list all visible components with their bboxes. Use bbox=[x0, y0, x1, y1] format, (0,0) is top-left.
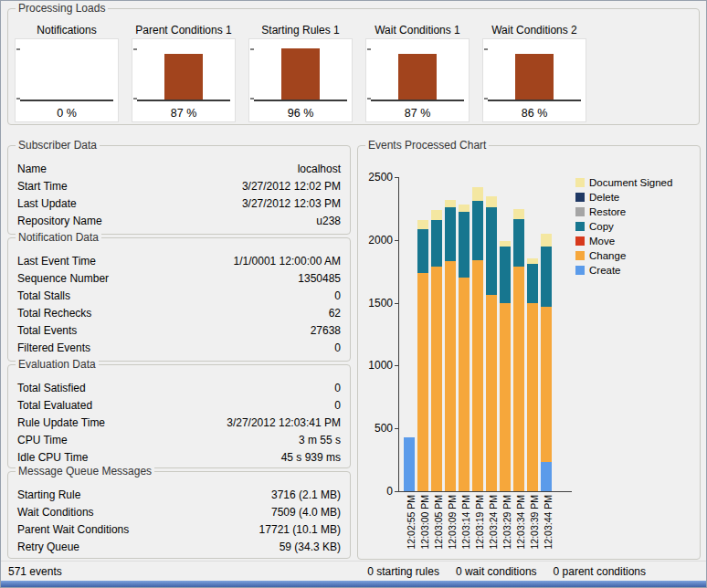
gauge-label: Starting Rules 1 bbox=[248, 24, 353, 38]
status-bar: 571 events 0 starting rules 0 wait condi… bbox=[1, 561, 706, 581]
gauge-label: Wait Conditions 2 bbox=[482, 24, 586, 38]
bar-segment-document-signed bbox=[513, 209, 524, 219]
x-axis-tick-label: 12:03:29 PM bbox=[501, 495, 512, 550]
gauge-scale-tick bbox=[250, 48, 254, 50]
x-axis-tick-label: 12:03:24 PM bbox=[488, 495, 499, 550]
bar-segment-change bbox=[459, 278, 470, 491]
legend-color-swatch bbox=[575, 222, 585, 231]
legend-label: Delete bbox=[589, 192, 619, 203]
gauge-percent-value: 87 % bbox=[366, 107, 469, 120]
row-value: 7509 (4.0 MB) bbox=[271, 504, 341, 521]
bar-segment-copy bbox=[541, 247, 552, 307]
data-row: Last Update3/27/2012 12:03 PM bbox=[8, 195, 350, 213]
row-label: Last Event Time bbox=[17, 253, 96, 270]
bar-segment-change bbox=[472, 260, 483, 491]
legend-label: Restore bbox=[589, 206, 626, 217]
row-label: Retry Queue bbox=[17, 539, 79, 556]
gauge-label: Parent Conditions 1 bbox=[132, 24, 236, 38]
bar-segment-change bbox=[500, 303, 511, 491]
x-axis-tick-label: 12:03:14 PM bbox=[460, 495, 471, 550]
gauge-baseline bbox=[254, 100, 347, 101]
status-parent-conditions: 0 parent conditions bbox=[554, 565, 646, 578]
legend-color-swatch bbox=[575, 251, 585, 260]
data-row: Wait Conditions7509 (4.0 MB) bbox=[8, 504, 350, 521]
gauge-load-bar bbox=[281, 48, 320, 100]
bar-segment-change bbox=[431, 267, 442, 491]
data-row: Start Time3/27/2012 12:02 PM bbox=[8, 178, 350, 195]
bar-segment-change bbox=[513, 267, 524, 491]
gauge-panel: 0 % bbox=[15, 38, 119, 122]
bar-segment-change bbox=[417, 273, 428, 491]
evaluation-data-rows: Total Satisfied0Total Evaluated0Rule Upd… bbox=[8, 365, 350, 467]
row-label: CPU Time bbox=[17, 432, 68, 449]
gauge-panel: 86 % bbox=[482, 38, 586, 122]
y-axis-tick-label: 1000 bbox=[358, 359, 393, 372]
row-value: 0 bbox=[334, 288, 341, 305]
row-value: 27638 bbox=[311, 322, 341, 340]
subscriber-data-rows: NamelocalhostStart Time3/27/2012 12:02 P… bbox=[8, 146, 350, 230]
y-axis-tick-mark bbox=[395, 428, 398, 429]
processing-loads-title: Processing Loads bbox=[16, 2, 108, 15]
chart-bar bbox=[513, 208, 524, 491]
row-value: 3 m 55 s bbox=[299, 432, 341, 449]
data-row: Total Evaluated0 bbox=[8, 397, 350, 415]
row-value: 1/1/0001 12:00:00 AM bbox=[234, 253, 341, 270]
bar-segment-copy bbox=[500, 247, 511, 303]
x-axis-tick-label: 12:03:39 PM bbox=[529, 495, 540, 550]
row-label: Total Events bbox=[17, 322, 77, 340]
row-value: 1350485 bbox=[298, 270, 341, 288]
gauge-percent-value: 0 % bbox=[16, 107, 118, 120]
message-queue-rows: Starting Rule3716 (2.1 MB)Wait Condition… bbox=[8, 472, 350, 556]
status-wait-conditions: 0 wait conditions bbox=[456, 565, 537, 578]
legend-label: Document Signed bbox=[589, 177, 672, 188]
bar-segment-document-signed bbox=[417, 220, 428, 229]
x-axis-tick-label: 12:03:34 PM bbox=[515, 495, 526, 550]
row-value: 62 bbox=[329, 305, 341, 322]
y-axis-tick-label: 2500 bbox=[358, 171, 393, 184]
x-axis-tick-label: 12:03:09 PM bbox=[447, 495, 458, 550]
chart-bar bbox=[459, 205, 470, 491]
gauge-load-bar bbox=[398, 54, 437, 100]
y-axis-tick-mark bbox=[395, 303, 398, 304]
message-queue-group: Message Queue Messages Starting Rule3716… bbox=[7, 471, 351, 559]
gauge-baseline bbox=[137, 100, 230, 101]
bar-segment-copy bbox=[417, 229, 428, 273]
data-row: Total Rechecks62 bbox=[8, 305, 350, 322]
legend-label: Move bbox=[589, 236, 615, 247]
gauge-panel: 87 % bbox=[365, 38, 470, 122]
gauge-parent-conditions-1: Parent Conditions 187 % bbox=[132, 24, 236, 122]
bar-segment-create bbox=[541, 462, 552, 491]
bar-segment-copy bbox=[445, 207, 456, 261]
x-axis-tick-label: 12:03:05 PM bbox=[433, 495, 444, 550]
chart-bar bbox=[486, 196, 497, 491]
bar-segment-copy bbox=[513, 219, 524, 267]
data-row: Total Satisfied0 bbox=[8, 380, 350, 397]
legend-item-copy: Copy bbox=[575, 221, 672, 232]
processing-loads-group: Processing Loads Notifications0 %Parent … bbox=[7, 8, 700, 125]
status-counters: 0 starting rules 0 wait conditions 0 par… bbox=[367, 565, 646, 578]
subscriber-data-group: Subscriber Data NamelocalhostStart Time3… bbox=[7, 145, 351, 235]
bar-segment-document-signed bbox=[431, 210, 442, 220]
row-value: 0 bbox=[334, 397, 341, 415]
legend-label: Copy bbox=[589, 221, 614, 232]
y-axis-tick-mark bbox=[395, 177, 398, 178]
chart-bar bbox=[445, 200, 456, 491]
row-value: localhost bbox=[298, 161, 341, 178]
gauge-percent-value: 96 % bbox=[249, 107, 352, 120]
notification-data-rows: Last Event Time1/1/0001 12:00:00 AMSeque… bbox=[8, 238, 350, 357]
y-axis-tick-mark bbox=[395, 365, 398, 366]
row-value: 45 s 939 ms bbox=[281, 449, 341, 467]
bar-segment-copy bbox=[431, 220, 442, 267]
gauges-row: Notifications0 %Parent Conditions 187 %S… bbox=[8, 9, 699, 122]
chart-bar bbox=[404, 437, 415, 491]
row-value: 3/27/2012 12:03 PM bbox=[242, 195, 341, 213]
x-axis-tick-label: 12:03:00 PM bbox=[419, 495, 430, 550]
data-row: Filtered Events0 bbox=[8, 340, 350, 357]
bar-segment-document-signed bbox=[472, 187, 483, 201]
data-row: CPU Time3 m 55 s bbox=[8, 432, 350, 449]
legend-item-change: Change bbox=[575, 250, 672, 261]
row-label: Parent Wait Conditions bbox=[17, 521, 129, 539]
row-value: 0 bbox=[334, 380, 341, 397]
subscriber-data-title: Subscriber Data bbox=[16, 139, 100, 152]
data-row: Rule Update Time3/27/2012 12:03:41 PM bbox=[8, 415, 350, 432]
